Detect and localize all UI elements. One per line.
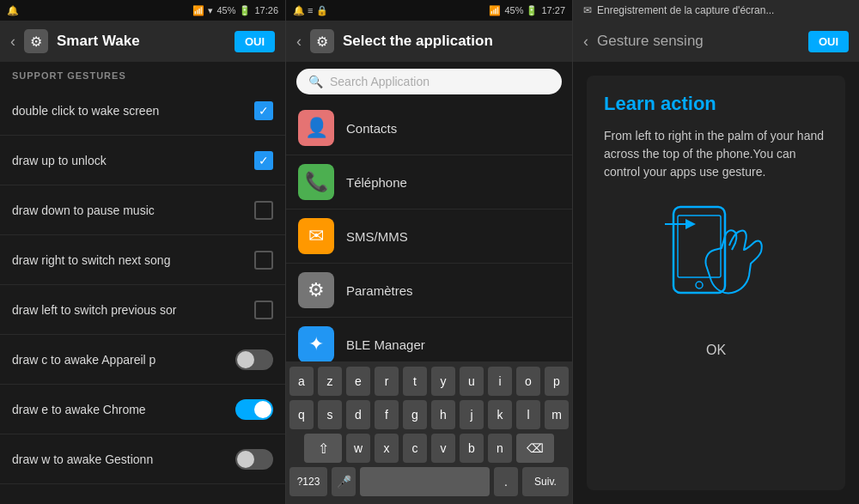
gesture-label-draw-c: draw c to awake Appareil p: [12, 353, 235, 367]
key-y[interactable]: y: [431, 367, 455, 396]
select-app-header: ‹ ⚙ Select the application: [286, 21, 572, 62]
key-123[interactable]: ?123: [289, 467, 327, 496]
gesture-item-double-click[interactable]: double click to wake screen ✓: [0, 86, 285, 136]
key-j[interactable]: j: [460, 400, 484, 429]
gesture-sensing-title: Gesture sensing: [597, 33, 800, 50]
toggle-draw-c[interactable]: [235, 349, 273, 370]
key-c[interactable]: c: [403, 434, 427, 463]
key-p[interactable]: p: [545, 367, 569, 396]
smart-wake-header: ‹ ⚙ Smart Wake OUI: [0, 21, 285, 62]
app-item-sms[interactable]: ✉ SMS/MMS: [286, 209, 572, 264]
key-u[interactable]: u: [460, 367, 484, 396]
sms-icon: ✉: [298, 218, 334, 254]
panel-gesture-sensing: ✉ Enregistrement de la capture d'écran..…: [573, 0, 859, 504]
keyboard: a z e r t y u i o p q s d f g h j k l m …: [286, 361, 572, 504]
app-item-telephone[interactable]: 📞 Téléphone: [286, 155, 572, 209]
notif-icons: 🔔 ≡ 🔒: [293, 5, 328, 16]
key-k[interactable]: k: [488, 400, 512, 429]
back-button[interactable]: ‹: [10, 33, 15, 51]
key-mic[interactable]: 🎤: [332, 467, 356, 496]
key-x[interactable]: x: [375, 434, 399, 463]
app-item-contacts[interactable]: 👤 Contacts: [286, 101, 572, 155]
status-left-2: 🔔 ≡ 🔒: [293, 5, 328, 16]
app-list: 👤 Contacts 📞 Téléphone ✉ SMS/MMS ⚙ Param…: [286, 101, 572, 361]
ok-button-container: OK: [604, 336, 828, 365]
learn-action-card: Learn action From left to right in the p…: [587, 76, 845, 490]
settings-icon: ⚙: [298, 272, 334, 308]
gesture-item-draw-down[interactable]: draw down to pause music: [0, 185, 285, 235]
gesture-label-draw-down: draw down to pause music: [12, 203, 254, 217]
search-icon: 🔍: [308, 75, 323, 88]
gesture-list: double click to wake screen ✓ draw up to…: [0, 86, 285, 504]
gesture-sensing-toggle[interactable]: OUI: [808, 31, 849, 52]
key-shift[interactable]: ⇧: [304, 434, 342, 463]
smart-wake-title: Smart Wake: [57, 33, 226, 50]
phone-icon: 📞: [298, 164, 334, 200]
key-next[interactable]: Suiv.: [522, 467, 569, 496]
notif-icon: ✉: [583, 4, 592, 16]
notif-text: Enregistrement de la capture d'écran...: [597, 4, 774, 16]
search-bar[interactable]: 🔍 Search Application: [296, 69, 562, 94]
gesture-item-draw-e[interactable]: draw e to awake Chrome: [0, 385, 285, 434]
gesture-item-draw-up[interactable]: draw up to unlock ✓: [0, 136, 285, 185]
ble-icon: ✦: [298, 326, 334, 361]
sms-label: SMS/MMS: [346, 229, 408, 244]
battery-2: 45% 🔋: [504, 5, 538, 16]
gesture-label-double-click: double click to wake screen: [12, 104, 254, 118]
gesture-item-draw-right[interactable]: draw right to switch next song: [0, 235, 285, 285]
key-q[interactable]: q: [289, 400, 314, 429]
key-z[interactable]: z: [318, 367, 342, 396]
key-w[interactable]: w: [346, 434, 370, 463]
key-b[interactable]: b: [460, 434, 484, 463]
key-a[interactable]: a: [289, 367, 314, 396]
key-h[interactable]: h: [431, 400, 455, 429]
toggle-draw-w[interactable]: [235, 449, 273, 470]
key-s[interactable]: s: [318, 400, 342, 429]
ok-button[interactable]: OK: [685, 336, 746, 365]
key-v[interactable]: v: [431, 434, 455, 463]
gesture-illustration: [604, 198, 828, 319]
back-button-3[interactable]: ‹: [583, 33, 588, 51]
key-t[interactable]: t: [403, 367, 427, 396]
checkbox-draw-down[interactable]: [254, 201, 273, 220]
key-d[interactable]: d: [346, 400, 370, 429]
learn-action-description: From left to right in the palm of your h…: [604, 127, 828, 181]
app-item-ble[interactable]: ✦ BLE Manager: [286, 318, 572, 361]
parametres-label: Paramètres: [346, 283, 413, 298]
gesture-item-draw-c[interactable]: draw c to awake Appareil p: [0, 335, 285, 385]
ble-label: BLE Manager: [346, 337, 425, 352]
notif-bar: ✉ Enregistrement de la capture d'écran..…: [573, 0, 859, 21]
checkbox-draw-right[interactable]: [254, 251, 273, 270]
checkbox-draw-up[interactable]: ✓: [254, 151, 273, 170]
status-icons-left: 🔔: [7, 5, 19, 16]
key-m[interactable]: m: [545, 400, 569, 429]
panel-select-app: 🔔 ≡ 🔒 📶 45% 🔋 17:27 ‹ ⚙ Select the appli…: [286, 0, 573, 504]
key-space[interactable]: [360, 467, 490, 496]
select-app-title: Select the application: [343, 33, 562, 50]
key-e[interactable]: e: [346, 367, 370, 396]
gesture-item-draw-left[interactable]: draw left to switch previous sor: [0, 285, 285, 335]
app-item-parametres[interactable]: ⚙ Paramètres: [286, 264, 572, 318]
key-n[interactable]: n: [488, 434, 512, 463]
time-2: 17:27: [541, 5, 565, 15]
checkbox-double-click[interactable]: ✓: [254, 101, 273, 120]
smart-wake-toggle[interactable]: OUI: [235, 31, 275, 52]
signal-2: 📶: [489, 5, 501, 16]
select-app-icon: ⚙: [310, 29, 334, 53]
status-right-2: 📶 45% 🔋 17:27: [489, 5, 565, 16]
key-l[interactable]: l: [516, 400, 540, 429]
back-button-2[interactable]: ‹: [296, 33, 302, 51]
key-backspace[interactable]: ⌫: [516, 434, 554, 463]
key-f[interactable]: f: [375, 400, 399, 429]
key-r[interactable]: r: [375, 367, 399, 396]
key-o[interactable]: o: [516, 367, 540, 396]
key-i[interactable]: i: [488, 367, 512, 396]
status-bar-2: 🔔 ≡ 🔒 📶 45% 🔋 17:27: [286, 0, 572, 21]
notification-icon: 🔔: [7, 5, 19, 16]
checkbox-draw-left[interactable]: [254, 301, 273, 319]
key-g[interactable]: g: [403, 400, 427, 429]
toggle-draw-e[interactable]: [235, 399, 273, 420]
key-dot[interactable]: .: [494, 467, 518, 496]
learn-action-title: Learn action: [604, 93, 828, 115]
gesture-item-draw-w[interactable]: draw w to awake Gestionn: [0, 434, 285, 484]
